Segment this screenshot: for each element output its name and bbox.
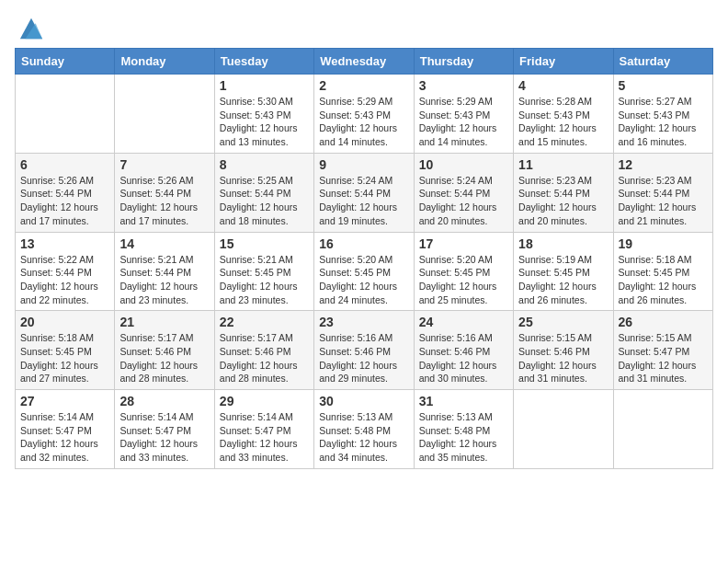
day-info: Sunrise: 5:14 AM Sunset: 5:47 PM Dayligh… (220, 410, 309, 465)
day-number: 4 (518, 78, 608, 93)
calendar-cell: 7Sunrise: 5:26 AM Sunset: 5:44 PM Daylig… (115, 153, 214, 232)
calendar-week-row: 20Sunrise: 5:18 AM Sunset: 5:45 PM Dayli… (16, 311, 713, 390)
calendar-cell: 18Sunrise: 5:19 AM Sunset: 5:45 PM Dayli… (514, 232, 613, 311)
day-number: 11 (518, 157, 608, 172)
day-info: Sunrise: 5:15 AM Sunset: 5:46 PM Dayligh… (518, 331, 608, 385)
calendar-week-row: 6Sunrise: 5:26 AM Sunset: 5:44 PM Daylig… (16, 153, 713, 232)
day-info: Sunrise: 5:20 AM Sunset: 5:45 PM Dayligh… (419, 253, 508, 307)
day-number: 6 (20, 157, 109, 172)
day-info: Sunrise: 5:18 AM Sunset: 5:45 PM Dayligh… (20, 331, 109, 385)
day-number: 16 (319, 236, 408, 251)
day-number: 18 (518, 236, 608, 251)
day-number: 28 (119, 394, 209, 408)
day-info: Sunrise: 5:24 AM Sunset: 5:44 PM Dayligh… (319, 174, 408, 228)
day-info: Sunrise: 5:18 AM Sunset: 5:45 PM Dayligh… (619, 253, 708, 307)
day-number: 12 (619, 157, 708, 172)
day-info: Sunrise: 5:15 AM Sunset: 5:47 PM Dayligh… (619, 331, 708, 385)
day-number: 22 (220, 315, 309, 329)
calendar-cell: 19Sunrise: 5:18 AM Sunset: 5:45 PM Dayli… (613, 232, 712, 311)
calendar-day-header: Wednesday (314, 49, 414, 75)
calendar-cell: 4Sunrise: 5:28 AM Sunset: 5:43 PM Daylig… (514, 75, 613, 154)
day-info: Sunrise: 5:21 AM Sunset: 5:44 PM Dayligh… (119, 253, 209, 307)
calendar-cell: 27Sunrise: 5:14 AM Sunset: 5:47 PM Dayli… (16, 390, 115, 469)
day-info: Sunrise: 5:20 AM Sunset: 5:45 PM Dayligh… (319, 253, 408, 307)
calendar-cell: 29Sunrise: 5:14 AM Sunset: 5:47 PM Dayli… (214, 390, 313, 469)
calendar-cell: 14Sunrise: 5:21 AM Sunset: 5:44 PM Dayli… (115, 232, 214, 311)
day-info: Sunrise: 5:17 AM Sunset: 5:46 PM Dayligh… (220, 331, 309, 385)
calendar-cell: 1Sunrise: 5:30 AM Sunset: 5:43 PM Daylig… (214, 75, 313, 154)
day-info: Sunrise: 5:26 AM Sunset: 5:44 PM Dayligh… (20, 174, 109, 228)
main-container: SundayMondayTuesdayWednesdayThursdayFrid… (0, 0, 728, 478)
calendar-cell: 24Sunrise: 5:16 AM Sunset: 5:46 PM Dayli… (414, 311, 513, 390)
day-number: 20 (20, 315, 109, 329)
calendar-cell: 31Sunrise: 5:13 AM Sunset: 5:48 PM Dayli… (414, 390, 513, 469)
calendar-cell: 13Sunrise: 5:22 AM Sunset: 5:44 PM Dayli… (16, 232, 115, 311)
day-number: 30 (319, 394, 408, 408)
day-number: 29 (220, 394, 309, 408)
calendar-cell: 11Sunrise: 5:23 AM Sunset: 5:44 PM Dayli… (514, 153, 613, 232)
day-number: 8 (220, 157, 309, 172)
day-info: Sunrise: 5:14 AM Sunset: 5:47 PM Dayligh… (119, 410, 209, 465)
day-info: Sunrise: 5:19 AM Sunset: 5:45 PM Dayligh… (518, 253, 608, 307)
day-info: Sunrise: 5:28 AM Sunset: 5:43 PM Dayligh… (518, 95, 608, 149)
calendar-cell: 3Sunrise: 5:29 AM Sunset: 5:43 PM Daylig… (414, 75, 513, 154)
day-number: 9 (319, 157, 408, 172)
day-number: 26 (619, 315, 708, 329)
day-info: Sunrise: 5:23 AM Sunset: 5:44 PM Dayligh… (518, 174, 608, 228)
calendar-cell: 6Sunrise: 5:26 AM Sunset: 5:44 PM Daylig… (16, 153, 115, 232)
day-info: Sunrise: 5:13 AM Sunset: 5:48 PM Dayligh… (319, 410, 408, 465)
calendar-day-header: Sunday (16, 49, 115, 75)
day-number: 27 (20, 394, 109, 408)
day-info: Sunrise: 5:26 AM Sunset: 5:44 PM Dayligh… (119, 174, 209, 228)
logo-icon (18, 15, 44, 40)
calendar-cell: 20Sunrise: 5:18 AM Sunset: 5:45 PM Dayli… (16, 311, 115, 390)
calendar-cell: 17Sunrise: 5:20 AM Sunset: 5:45 PM Dayli… (414, 232, 513, 311)
day-number: 21 (119, 315, 209, 329)
calendar-table: SundayMondayTuesdayWednesdayThursdayFrid… (15, 48, 713, 469)
day-number: 2 (319, 78, 408, 93)
day-number: 1 (220, 78, 309, 93)
day-info: Sunrise: 5:16 AM Sunset: 5:46 PM Dayligh… (319, 331, 408, 385)
day-number: 13 (20, 236, 109, 251)
calendar-cell: 8Sunrise: 5:25 AM Sunset: 5:44 PM Daylig… (214, 153, 313, 232)
day-info: Sunrise: 5:14 AM Sunset: 5:47 PM Dayligh… (20, 410, 109, 465)
calendar-cell (514, 390, 613, 469)
calendar-cell: 22Sunrise: 5:17 AM Sunset: 5:46 PM Dayli… (214, 311, 313, 390)
calendar-cell: 12Sunrise: 5:23 AM Sunset: 5:44 PM Dayli… (613, 153, 712, 232)
day-info: Sunrise: 5:29 AM Sunset: 5:43 PM Dayligh… (319, 95, 408, 149)
day-number: 7 (119, 157, 209, 172)
logo (15, 15, 44, 40)
calendar-cell: 23Sunrise: 5:16 AM Sunset: 5:46 PM Dayli… (314, 311, 414, 390)
calendar-cell (115, 75, 214, 154)
day-info: Sunrise: 5:21 AM Sunset: 5:45 PM Dayligh… (220, 253, 309, 307)
calendar-day-header: Saturday (613, 49, 712, 75)
day-info: Sunrise: 5:24 AM Sunset: 5:44 PM Dayligh… (419, 174, 508, 228)
calendar-day-header: Monday (115, 49, 214, 75)
calendar-day-header: Thursday (414, 49, 513, 75)
calendar-header-row: SundayMondayTuesdayWednesdayThursdayFrid… (16, 49, 713, 75)
day-number: 25 (518, 315, 608, 329)
calendar-cell (613, 390, 712, 469)
day-info: Sunrise: 5:22 AM Sunset: 5:44 PM Dayligh… (20, 253, 109, 307)
calendar-cell: 21Sunrise: 5:17 AM Sunset: 5:46 PM Dayli… (115, 311, 214, 390)
day-number: 17 (419, 236, 508, 251)
calendar-day-header: Tuesday (214, 49, 313, 75)
day-info: Sunrise: 5:23 AM Sunset: 5:44 PM Dayligh… (619, 174, 708, 228)
calendar-cell: 30Sunrise: 5:13 AM Sunset: 5:48 PM Dayli… (314, 390, 414, 469)
header (15, 15, 713, 40)
day-number: 23 (319, 315, 408, 329)
calendar-cell (16, 75, 115, 154)
calendar-week-row: 13Sunrise: 5:22 AM Sunset: 5:44 PM Dayli… (16, 232, 713, 311)
calendar-cell: 2Sunrise: 5:29 AM Sunset: 5:43 PM Daylig… (314, 75, 414, 154)
calendar-cell: 28Sunrise: 5:14 AM Sunset: 5:47 PM Dayli… (115, 390, 214, 469)
calendar-week-row: 1Sunrise: 5:30 AM Sunset: 5:43 PM Daylig… (16, 75, 713, 154)
day-info: Sunrise: 5:25 AM Sunset: 5:44 PM Dayligh… (220, 174, 309, 228)
day-number: 24 (419, 315, 508, 329)
day-info: Sunrise: 5:13 AM Sunset: 5:48 PM Dayligh… (419, 410, 508, 465)
day-info: Sunrise: 5:16 AM Sunset: 5:46 PM Dayligh… (419, 331, 508, 385)
calendar-cell: 9Sunrise: 5:24 AM Sunset: 5:44 PM Daylig… (314, 153, 414, 232)
day-number: 5 (619, 78, 708, 93)
calendar-day-header: Friday (514, 49, 613, 75)
day-info: Sunrise: 5:29 AM Sunset: 5:43 PM Dayligh… (419, 95, 508, 149)
day-number: 10 (419, 157, 508, 172)
